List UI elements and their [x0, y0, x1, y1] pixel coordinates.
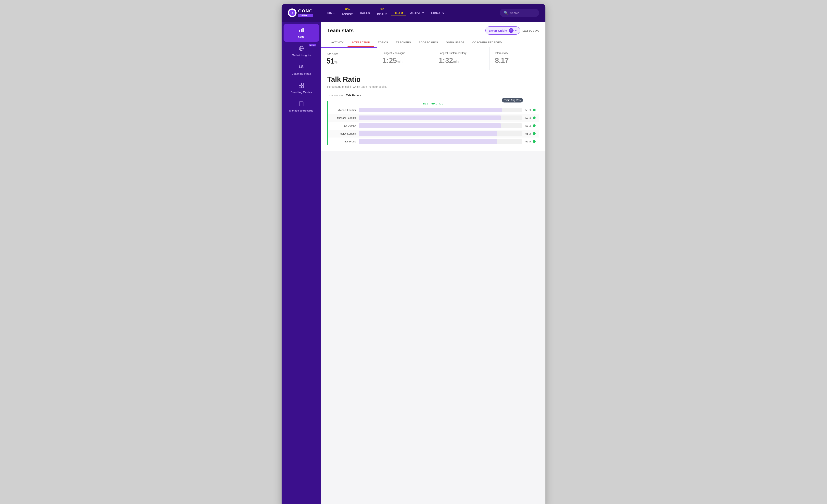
row-name-0: Michael Lhuillier: [328, 109, 359, 112]
team-avg-badge: Team Avg 51%: [502, 98, 523, 103]
metric-label-talk-ratio: Talk Ratio: [327, 52, 371, 55]
metric-label-interactivity: Interactivity: [495, 52, 540, 55]
search-icon: 🔍: [504, 11, 508, 15]
tab-trackers[interactable]: TRACKERS: [392, 39, 415, 47]
sidebar-item-coaching-inbox-label: Coaching Inbox: [292, 72, 311, 75]
sidebar: Stats BETA Market Insights: [282, 22, 321, 504]
metric-card-longest-customer-story[interactable]: Longest Customer Story 1:32min: [433, 47, 489, 70]
main-layout: Stats BETA Market Insights: [282, 22, 545, 504]
tab-interaction[interactable]: INTERACTION: [347, 39, 374, 47]
content-tabs: ACTIVITY INTERACTION TOPICS TRACKERS SCO…: [327, 39, 539, 47]
svg-rect-2: [299, 30, 300, 32]
svg-rect-10: [299, 83, 301, 85]
table-row: Michael Fedorka 57 %: [328, 114, 539, 122]
nav-items: HOME BETA ASSIST CALLS NEW DEALS TEAM AC…: [322, 8, 493, 17]
metrics-bar: Talk Ratio 51% Longest Monologue 1:25min…: [321, 47, 545, 70]
sidebar-item-manage-scorecards[interactable]: Manage scorecards: [284, 98, 319, 116]
bar-track-1: [359, 115, 522, 120]
bar-pct-0: 58 %: [522, 109, 533, 112]
sidebar-item-coaching-metrics-label: Coaching Metrics: [291, 91, 312, 94]
metric-card-talk-ratio[interactable]: Talk Ratio 51%: [321, 47, 377, 70]
svg-point-8: [299, 65, 301, 67]
svg-rect-13: [301, 86, 304, 88]
bar-fill-3: [359, 131, 497, 136]
row-name-3: Haley Kurland: [328, 132, 359, 135]
date-range: Last 30 days: [522, 29, 539, 32]
gong-logo-icon: G: [288, 8, 297, 17]
bar-dot-3: [533, 132, 536, 135]
best-practice-label: BEST PRACTICE: [423, 103, 443, 105]
search-area[interactable]: 🔍 Search: [500, 9, 539, 17]
tab-activity[interactable]: ACTIVITY: [327, 39, 347, 47]
chart-sort-select[interactable]: Talk Ratio ▾: [346, 94, 361, 97]
chart-title: Talk Ratio: [327, 75, 539, 83]
bar-pct-1: 57 %: [522, 116, 533, 119]
bar-pct-3: 56 %: [522, 132, 533, 135]
sidebar-item-coaching-inbox[interactable]: Coaching Inbox: [284, 61, 319, 79]
logo-demo: DEMO: [298, 14, 313, 17]
bar-dot-0: [533, 109, 536, 111]
nav-item-deals[interactable]: NEW DEALS: [374, 8, 390, 17]
sidebar-item-market-insights[interactable]: BETA Market Insights: [284, 43, 319, 60]
logo-text: GONG DEMO: [298, 9, 313, 17]
bar-fill-4: [359, 139, 497, 144]
bar-fill-0: [359, 108, 502, 112]
assist-beta-badge: BETA: [345, 8, 350, 10]
table-row: Michael Lhuillier 58 %: [328, 106, 539, 114]
bar-chart-container: BEST PRACTICE Team Avg 51% Michael Lhuil…: [327, 101, 539, 146]
market-insights-icon: [298, 46, 304, 52]
row-name-2: Ian Duman: [328, 124, 359, 127]
tab-topics[interactable]: TOPICS: [374, 39, 392, 47]
bar-track-0: [359, 108, 522, 112]
sidebar-item-stats-label: Stats: [298, 35, 304, 39]
row-name-4: Ilay Prude: [328, 140, 359, 143]
table-row: Haley Kurland 56 %: [328, 130, 539, 137]
header-controls: Bryan Knight 42 ▾ Last 30 days: [485, 26, 539, 35]
top-nav: G GONG DEMO HOME BETA ASSIST CALLS NEW D…: [282, 4, 545, 22]
sidebar-item-market-insights-label: Market Insights: [292, 54, 310, 57]
svg-rect-11: [301, 83, 304, 85]
nav-item-library[interactable]: LIBRARY: [428, 10, 448, 16]
svg-rect-4: [302, 28, 304, 32]
bar-pct-4: 56 %: [522, 140, 533, 143]
metric-value-talk-ratio: 51%: [327, 57, 371, 65]
deals-new-badge: NEW: [380, 8, 385, 10]
svg-point-9: [302, 65, 303, 67]
team-selector-chevron-icon: ▾: [515, 29, 517, 32]
bar-pct-2: 57 %: [522, 124, 533, 127]
nav-item-calls[interactable]: CALLS: [356, 10, 373, 16]
metric-value-interactivity: 8.17: [495, 56, 540, 65]
tab-coaching-received[interactable]: COACHING RECEIVED: [469, 39, 506, 47]
metric-card-interactivity[interactable]: Interactivity 8.17: [489, 47, 545, 70]
metric-label-longest-customer-story: Longest Customer Story: [439, 52, 484, 55]
bar-track-4: [359, 139, 522, 144]
nav-item-home[interactable]: HOME: [322, 10, 338, 16]
bar-track-2: [359, 123, 522, 128]
svg-rect-3: [301, 29, 302, 32]
best-practice-line: BEST PRACTICE Team Avg 51%: [327, 101, 539, 106]
logo-area: G GONG DEMO: [288, 8, 313, 17]
market-insights-beta-badge: BETA: [309, 44, 316, 46]
bar-dot-2: [533, 124, 536, 127]
bar-dot-4: [533, 140, 536, 143]
chart-subtitle: Percentage of call in which team member …: [327, 85, 539, 88]
bar-dot-1: [533, 116, 536, 119]
bar-fill-1: [359, 115, 501, 120]
tab-gong-usage[interactable]: GONG USAGE: [442, 39, 469, 47]
metric-value-longest-monologue: 1:25min: [383, 56, 428, 65]
team-selector[interactable]: Bryan Knight 42 ▾: [485, 26, 520, 35]
sidebar-item-stats[interactable]: Stats: [284, 24, 319, 42]
row-name-1: Michael Fedorka: [328, 116, 359, 119]
nav-item-activity[interactable]: ACTIVITY: [407, 10, 427, 16]
team-selector-label: Bryan Knight: [489, 29, 507, 32]
metric-card-longest-monologue[interactable]: Longest Monologue 1:25min: [377, 47, 433, 70]
bar-track-3: [359, 131, 522, 136]
chart-area: Talk Ratio Percentage of call in which t…: [321, 70, 545, 151]
sidebar-item-coaching-metrics[interactable]: Coaching Metrics: [284, 79, 319, 97]
nav-item-assist[interactable]: BETA ASSIST: [338, 8, 356, 17]
tab-scorecards[interactable]: SCORECARDS: [415, 39, 442, 47]
metric-label-longest-monologue: Longest Monologue: [383, 52, 428, 55]
app-container: G GONG DEMO HOME BETA ASSIST CALLS NEW D…: [282, 4, 545, 504]
metric-value-longest-customer-story: 1:32min: [439, 56, 484, 65]
nav-item-team[interactable]: TEAM: [391, 10, 406, 16]
